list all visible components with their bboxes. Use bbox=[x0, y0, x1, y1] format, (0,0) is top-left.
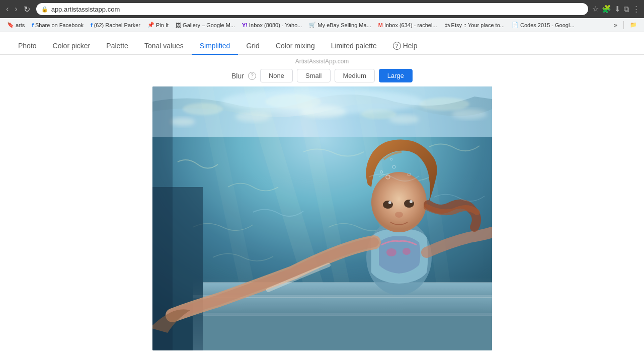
blur-small-button[interactable]: Small bbox=[297, 69, 331, 82]
bookmark-arts[interactable]: 🔖 arts bbox=[4, 21, 28, 29]
bookmark-codes-label: Codes 2015 - Googl... bbox=[520, 22, 575, 28]
tab-limited-palette[interactable]: Limited palette bbox=[323, 38, 385, 55]
menu-button[interactable]: ⋮ bbox=[632, 5, 640, 14]
browser-actions: ☆ 🧩 ⬇ ⧉ ⋮ bbox=[592, 5, 640, 14]
bookmarks-more-button[interactable]: » bbox=[611, 20, 620, 30]
address-bar[interactable]: 🔒 app.artistassistapp.com bbox=[36, 3, 588, 15]
bookmark-share-facebook[interactable]: f Share on Facebook bbox=[29, 21, 87, 29]
blur-none-button[interactable]: None bbox=[260, 69, 293, 82]
blur-controls: Blur ? None Small Medium Large bbox=[0, 67, 644, 86]
main-image bbox=[152, 86, 492, 350]
image-container bbox=[0, 86, 644, 350]
bookmark-etsy-label: Etsy :: Your place to... bbox=[451, 22, 505, 28]
svg-point-44 bbox=[221, 89, 423, 114]
gallery-icon: 🖼 bbox=[176, 22, 181, 28]
tab-photo[interactable]: Photo bbox=[10, 38, 45, 55]
tab-button[interactable]: ⧉ bbox=[624, 5, 629, 14]
bookmark-gallery-label: Gallery – Google M... bbox=[183, 22, 235, 28]
download-button[interactable]: ⬇ bbox=[614, 5, 621, 14]
lock-icon: 🔒 bbox=[41, 6, 48, 13]
gmail-icon: M bbox=[378, 22, 383, 28]
tab-palette[interactable]: Palette bbox=[98, 38, 136, 55]
forward-button[interactable]: › bbox=[13, 4, 19, 15]
bookmark-codes[interactable]: 📄 Codes 2015 - Googl... bbox=[509, 21, 578, 29]
bookmark-ebay-label: My eBay Selling Ma... bbox=[317, 22, 371, 28]
blur-medium-button[interactable]: Medium bbox=[335, 69, 375, 82]
underwater-scene-svg bbox=[152, 86, 492, 350]
yahoo-icon: Y! bbox=[242, 22, 248, 28]
bookmark-etsy[interactable]: 🛍 Etsy :: Your place to... bbox=[441, 21, 508, 29]
nav-tabs: Photo Color picker Palette Tonal values … bbox=[0, 32, 644, 55]
all-bookmarks-icon: 📁 bbox=[630, 22, 637, 28]
bookmark-share-facebook-label: Share on Facebook bbox=[35, 22, 84, 28]
divider bbox=[623, 21, 624, 29]
tab-simplified[interactable]: Simplified bbox=[192, 38, 238, 55]
tab-color-picker[interactable]: Color picker bbox=[45, 38, 99, 55]
bookmark-ebay[interactable]: 🛒 My eBay Selling Ma... bbox=[306, 21, 374, 29]
pinterest-icon: 📌 bbox=[147, 22, 154, 28]
extension-button[interactable]: 🧩 bbox=[602, 5, 611, 14]
back-button[interactable]: ‹ bbox=[4, 4, 11, 15]
bookmark-inbox-rachel[interactable]: M Inbox (634) - rachel... bbox=[375, 21, 440, 29]
bookmark-rachel-label: (62) Rachel Parker bbox=[94, 22, 140, 28]
bookmark-gallery-google[interactable]: 🖼 Gallery – Google M... bbox=[173, 21, 238, 29]
bookmark-arts-label: arts bbox=[16, 22, 25, 28]
browser-chrome: ‹ › ↻ 🔒 app.artistassistapp.com ☆ 🧩 ⬇ ⧉ … bbox=[0, 0, 644, 18]
bookmark-pin-label: Pin It bbox=[156, 22, 169, 28]
app-container: Photo Color picker Palette Tonal values … bbox=[0, 32, 644, 362]
bookmark-inbox-yahoo[interactable]: Y! Inbox (8080) - Yaho... bbox=[239, 21, 305, 29]
bookmark-inbox-rachel-label: Inbox (634) - rachel... bbox=[384, 22, 437, 28]
bookmark-all-bookmarks[interactable]: 📁 bbox=[627, 21, 640, 29]
etsy-icon: 🛍 bbox=[444, 22, 450, 28]
svg-rect-43 bbox=[152, 86, 492, 350]
browser-nav-buttons: ‹ › ↻ bbox=[4, 4, 32, 15]
facebook-icon: f bbox=[32, 22, 34, 28]
bookmarks-bar: 🔖 arts f Share on Facebook f (62) Rachel… bbox=[0, 18, 644, 32]
rachel-facebook-icon: f bbox=[91, 22, 93, 28]
tab-grid[interactable]: Grid bbox=[238, 38, 267, 55]
bookmark-inbox-yahoo-label: Inbox (8080) - Yaho... bbox=[249, 22, 302, 28]
bookmark-pin-it[interactable]: 📌 Pin It bbox=[144, 21, 172, 29]
blur-large-button[interactable]: Large bbox=[379, 69, 413, 82]
tab-color-mixing[interactable]: Color mixing bbox=[268, 38, 323, 55]
star-button[interactable]: ☆ bbox=[592, 5, 599, 14]
bookmark-arts-icon: 🔖 bbox=[7, 22, 14, 28]
reload-button[interactable]: ↻ bbox=[22, 4, 32, 15]
bookmark-rachel-parker[interactable]: f (62) Rachel Parker bbox=[88, 21, 143, 29]
blur-info-button[interactable]: ? bbox=[248, 72, 256, 80]
codes-icon: 📄 bbox=[512, 22, 519, 28]
ebay-icon: 🛒 bbox=[309, 22, 316, 28]
url-text: app.artistassistapp.com bbox=[51, 6, 120, 13]
tab-help[interactable]: ? Help bbox=[385, 38, 426, 55]
tab-tonal-values[interactable]: Tonal values bbox=[136, 38, 192, 55]
help-icon: ? bbox=[393, 42, 401, 50]
blur-label: Blur bbox=[231, 72, 244, 80]
watermark: ArtistAssistApp.com bbox=[0, 55, 644, 67]
